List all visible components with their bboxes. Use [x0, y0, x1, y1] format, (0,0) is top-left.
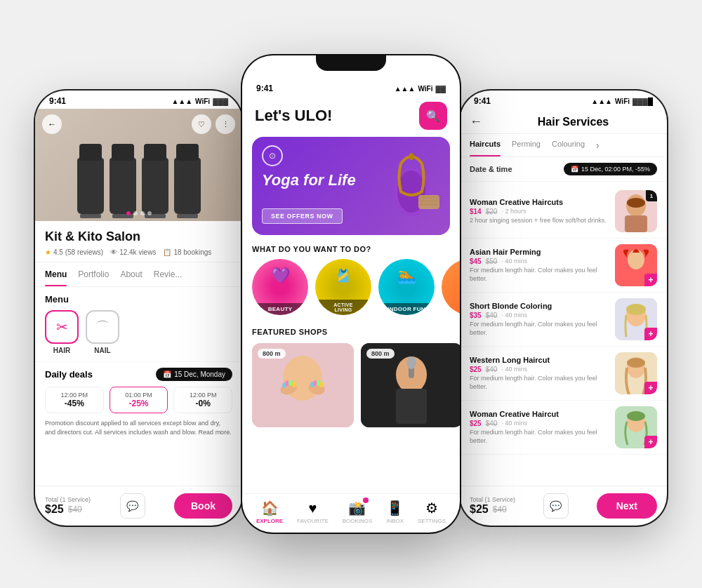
svg-rect-2: [409, 153, 413, 160]
right-chat-button[interactable]: 💬: [543, 493, 569, 519]
service-price-3: $35 $40 · 40 mins: [470, 312, 609, 319]
add-service-4[interactable]: +: [644, 382, 657, 394]
dot-4: [147, 211, 152, 215]
tab-reviews[interactable]: Revie...: [154, 262, 183, 286]
left-chat-button[interactable]: 💬: [120, 493, 145, 519]
center-wifi-icon: WiFi: [418, 85, 432, 93]
tab-about[interactable]: About: [120, 262, 142, 286]
rating-value: 4.5 (58 reviews): [53, 248, 103, 256]
add-service-3[interactable]: +: [644, 328, 657, 340]
more-button[interactable]: ⋮: [216, 114, 235, 134]
right-price-row: $25 $40: [470, 503, 515, 516]
category-beauty[interactable]: 💜 BEAUTY: [252, 259, 308, 315]
service-desc-5: For medium length hair. Color makes you …: [470, 429, 609, 445]
nav-inbox[interactable]: 📱 INBOX: [386, 500, 404, 524]
ulo-title: Let's ULO!: [255, 107, 332, 125]
service-desc-4: For medium length hair. Color makes you …: [470, 375, 609, 391]
calendar-icon: 📅: [163, 370, 171, 378]
book-button[interactable]: Book: [174, 493, 232, 519]
hair-back-button[interactable]: ←: [470, 114, 482, 129]
shop-card-2[interactable]: 800 m: [361, 343, 460, 427]
category-active-living[interactable]: 🎽 ACTIVELIVING: [315, 259, 371, 315]
right-price-original: $40: [493, 505, 507, 514]
battery-icon: ▓▓▓: [213, 98, 228, 105]
left-status-time: 9:41: [49, 96, 66, 106]
tab-haircuts[interactable]: Haircuts: [470, 134, 501, 156]
shop-card-1[interactable]: 800 m: [252, 343, 354, 427]
right-status-time: 9:41: [474, 96, 491, 106]
duration-1: · 2 hours: [501, 208, 526, 215]
salon-nav-tabs: Menu Portfolio About Revie...: [35, 262, 242, 287]
favorite-button[interactable]: ♡: [192, 114, 211, 134]
time-slot-3[interactable]: 12:00 PM -0%: [173, 387, 232, 413]
image-dots: [126, 211, 152, 215]
bookings-icon: 📸: [348, 500, 366, 516]
next-button[interactable]: Next: [597, 493, 657, 519]
price-new-5: $25: [470, 420, 482, 427]
left-status-icons: ▲▲▲ WiFi ▓▓▓: [171, 98, 228, 105]
svg-point-14: [292, 382, 296, 387]
wifi-icon: WiFi: [195, 98, 210, 105]
time-slot-2[interactable]: 01:00 PM -25%: [110, 387, 168, 413]
menu-item-nail[interactable]: ⌒ NAIL: [86, 310, 119, 354]
add-service-2[interactable]: +: [644, 274, 657, 286]
ulo-header: Let's ULO! 🔍: [242, 96, 460, 137]
search-button[interactable]: 🔍: [419, 102, 447, 130]
duration-2: · 40 mins: [501, 258, 527, 265]
phone-notch: [316, 55, 386, 71]
deals-header: Daily deals 📅 15 Dec, Monday: [45, 368, 232, 381]
nav-settings[interactable]: ⚙ SETTINGS: [418, 500, 446, 524]
price-old-5: $40: [486, 420, 498, 427]
nav-explore[interactable]: 🏠 EXPLORE: [256, 500, 283, 524]
tab-colouring[interactable]: Colouring: [552, 134, 585, 156]
service-price-4: $25 $40 · 40 mins: [470, 366, 609, 373]
svg-rect-6: [420, 203, 438, 206]
eye-icon: 👁: [110, 248, 117, 256]
tab-more[interactable]: ›: [596, 134, 600, 156]
tab-perming[interactable]: Perming: [512, 134, 541, 156]
service-desc-3: For medium length hair. Color makes you …: [470, 321, 609, 337]
service-item-2: Asian Hair Perming $45 $50 · 40 mins For…: [460, 239, 667, 293]
left-total-price: Total (1 Service) $25 $40: [45, 496, 91, 516]
deals-date: 15 Dec, Monday: [174, 370, 225, 378]
bookings-badge: [363, 497, 369, 503]
category-indoor-fun[interactable]: 🏊 INDOOR FUN: [378, 259, 435, 315]
back-button[interactable]: ←: [42, 114, 62, 134]
slot-discount-2: -25%: [114, 399, 164, 408]
hair-services-title: Hair Services: [489, 116, 657, 128]
service-desc-2: For medium length hair. Color makes you …: [470, 267, 609, 283]
service-item-3: Short Blonde Coloring $35 $40 · 40 mins …: [460, 293, 667, 347]
nav-bookings[interactable]: 📸 BOOKINGS: [343, 500, 373, 524]
inbox-label: INBOX: [386, 518, 404, 524]
add-service-5[interactable]: +: [644, 436, 657, 448]
deals-date-badge[interactable]: 📅 15 Dec, Monday: [156, 368, 232, 381]
dot-1: [126, 211, 131, 215]
right-status-bar: 9:41 ▲▲▲ WiFi ▓▓▓█: [460, 91, 667, 109]
chair-3: [142, 158, 168, 214]
chair-2: [110, 158, 136, 214]
hair-services-header: ← Hair Services: [460, 109, 667, 134]
salon-rating: ★ 4.5 (58 reviews): [45, 248, 103, 256]
category-more[interactable]: [442, 259, 460, 315]
center-phone: 9:41 ▲▲▲ WiFi ▓▓ Let's ULO! 🔍 ⊙ Yoga for…: [242, 55, 460, 533]
tab-portfolio[interactable]: Portfolio: [78, 262, 109, 286]
nav-favourite[interactable]: ♥ FAVOURITE: [297, 500, 329, 524]
tab-menu[interactable]: Menu: [45, 262, 67, 286]
menu-item-hair[interactable]: ✂ HAIR: [45, 310, 79, 354]
see-offers-button[interactable]: SEE OFFERS NOW: [262, 208, 343, 224]
categories-row: 💜 BEAUTY 🎽 ACTIVELIVING 🏊 INDOOR FUN: [242, 259, 460, 325]
time-slot-1[interactable]: 12:00 PM -45%: [45, 387, 104, 413]
service-info-1: Woman Creative Haircuts $14 $20 · 2 hour…: [470, 198, 609, 225]
right-signal-icon: ▲▲▲: [591, 98, 612, 105]
active-label: ACTIVELIVING: [315, 300, 371, 315]
svg-point-29: [628, 250, 644, 269]
daily-deals-section: Daily deals 📅 15 Dec, Monday 12:00 PM -4…: [35, 361, 242, 448]
date-time-badge[interactable]: 📅 15 Dec, 02:00 PM, -55%: [564, 163, 657, 175]
yoga-banner: ⊙ Yoga for Life SEE OFFERS NOW: [252, 137, 450, 235]
salon-views: 👁 12.4k views: [110, 248, 156, 256]
salon-info: Kit & Kito Salon ★ 4.5 (58 reviews) 👁 12…: [35, 221, 242, 262]
inbox-icon: 📱: [386, 500, 404, 516]
settings-label: SETTINGS: [418, 518, 446, 524]
right-total-label: Total (1 Service): [470, 496, 515, 503]
nail-icon: ⌒: [95, 318, 110, 337]
